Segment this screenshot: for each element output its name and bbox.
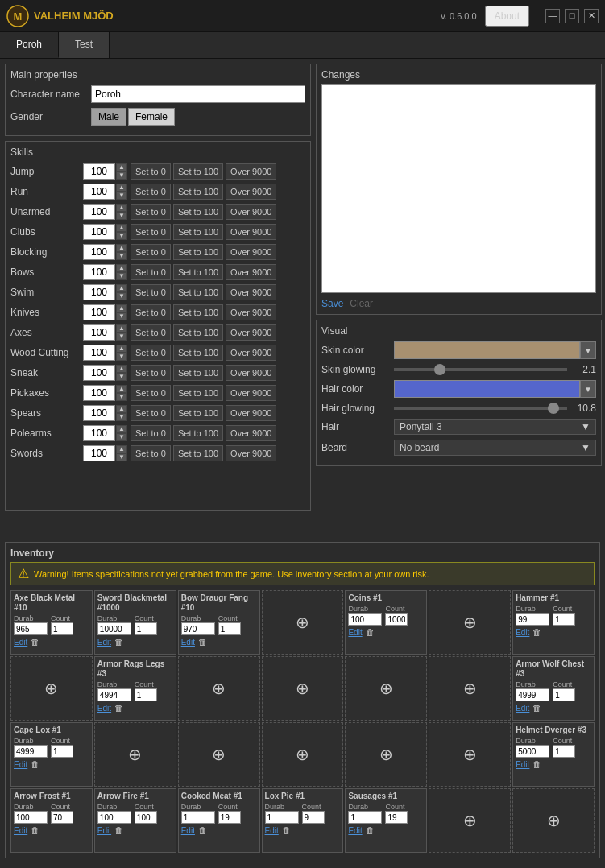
set-to-100-button[interactable]: Set to 100 [173, 163, 223, 180]
count-input[interactable] [385, 811, 408, 824]
delete-button[interactable]: 🗑 [31, 637, 39, 647]
durab-input[interactable] [265, 811, 299, 824]
set-to-100-button[interactable]: Set to 100 [173, 284, 223, 300]
add-item-button[interactable]: ⊕ [379, 680, 393, 696]
count-input[interactable] [553, 688, 575, 701]
spin-down-button[interactable]: ▼ [116, 433, 127, 441]
durab-input[interactable] [97, 688, 131, 701]
add-item-button[interactable]: ⊕ [463, 614, 477, 630]
edit-link[interactable]: Edit [14, 760, 27, 769]
count-input[interactable] [553, 613, 575, 626]
spin-down-button[interactable]: ▼ [116, 252, 127, 260]
set-to-100-button[interactable]: Set to 100 [173, 184, 223, 200]
hair-color-dropdown[interactable]: ▼ [580, 380, 596, 398]
durab-input[interactable] [348, 811, 382, 824]
over-9000-button[interactable]: Over 9000 [226, 345, 276, 361]
edit-link[interactable]: Edit [265, 826, 279, 835]
count-input[interactable] [302, 811, 325, 824]
over-9000-button[interactable]: Over 9000 [226, 304, 276, 320]
over-9000-button[interactable]: Over 9000 [226, 163, 276, 180]
set-to-0-button[interactable]: Set to 0 [131, 204, 171, 220]
character-name-input[interactable] [91, 85, 305, 103]
over-9000-button[interactable]: Over 9000 [226, 204, 276, 220]
add-item-button[interactable]: ⊕ [212, 746, 226, 763]
skill-input[interactable] [83, 244, 115, 260]
skill-input[interactable] [83, 284, 115, 300]
edit-link[interactable]: Edit [97, 704, 111, 713]
count-input[interactable] [51, 622, 73, 635]
hair-glowing-slider[interactable] [394, 407, 567, 410]
spin-down-button[interactable]: ▼ [116, 272, 127, 280]
delete-button[interactable]: 🗑 [114, 825, 123, 835]
delete-button[interactable]: 🗑 [198, 825, 207, 835]
set-to-100-button[interactable]: Set to 100 [173, 405, 223, 421]
spin-up-button[interactable]: ▲ [116, 445, 127, 453]
edit-link[interactable]: Edit [14, 638, 27, 647]
set-to-0-button[interactable]: Set to 0 [131, 304, 171, 320]
spin-up-button[interactable]: ▲ [116, 385, 127, 393]
about-button[interactable]: About [485, 6, 529, 27]
add-item-button[interactable]: ⊕ [547, 812, 561, 829]
durab-input[interactable] [181, 811, 215, 824]
delete-button[interactable]: 🗑 [198, 637, 207, 647]
spin-up-button[interactable]: ▲ [116, 204, 127, 212]
edit-link[interactable]: Edit [348, 826, 362, 835]
hair-color-bar[interactable] [394, 380, 580, 398]
add-item-button[interactable]: ⊕ [463, 746, 477, 763]
spin-up-button[interactable]: ▲ [116, 345, 127, 353]
durab-input[interactable] [14, 622, 48, 635]
set-to-0-button[interactable]: Set to 0 [131, 445, 171, 461]
set-to-0-button[interactable]: Set to 0 [131, 244, 171, 260]
delete-button[interactable]: 🗑 [114, 637, 123, 647]
skill-input[interactable] [83, 365, 115, 381]
over-9000-button[interactable]: Over 9000 [226, 224, 276, 240]
spin-up-button[interactable]: ▲ [116, 244, 127, 252]
count-input[interactable] [553, 745, 575, 758]
gender-male-button[interactable]: Male [91, 108, 126, 126]
spin-down-button[interactable]: ▼ [116, 353, 127, 361]
durab-input[interactable] [14, 811, 48, 824]
durab-input[interactable] [516, 688, 549, 701]
set-to-0-button[interactable]: Set to 0 [131, 264, 171, 280]
add-item-button[interactable]: ⊕ [463, 812, 477, 829]
delete-button[interactable]: 🗑 [532, 703, 541, 713]
over-9000-button[interactable]: Over 9000 [226, 324, 276, 341]
spin-up-button[interactable]: ▲ [116, 304, 127, 312]
count-input[interactable] [51, 745, 73, 758]
edit-link[interactable]: Edit [181, 638, 195, 647]
tab-poroh[interactable]: Poroh [0, 32, 59, 58]
minimize-button[interactable]: — [545, 9, 560, 23]
spin-up-button[interactable]: ▲ [116, 324, 127, 333]
count-input[interactable] [135, 622, 157, 635]
set-to-100-button[interactable]: Set to 100 [173, 324, 223, 341]
edit-link[interactable]: Edit [97, 638, 111, 647]
durab-input[interactable] [348, 613, 382, 626]
delete-button[interactable]: 🗑 [31, 825, 39, 835]
edit-link[interactable]: Edit [97, 826, 111, 835]
over-9000-button[interactable]: Over 9000 [226, 284, 276, 300]
edit-link[interactable]: Edit [516, 760, 529, 769]
skill-input[interactable] [83, 405, 115, 421]
spin-up-button[interactable]: ▲ [116, 184, 127, 192]
skill-input[interactable] [83, 324, 115, 341]
delete-button[interactable]: 🗑 [532, 627, 541, 637]
set-to-0-button[interactable]: Set to 0 [131, 365, 171, 381]
edit-link[interactable]: Edit [14, 826, 27, 835]
spin-down-button[interactable]: ▼ [116, 333, 127, 341]
edit-link[interactable]: Edit [516, 628, 529, 637]
skill-input[interactable] [83, 224, 115, 240]
set-to-0-button[interactable]: Set to 0 [131, 405, 171, 421]
tab-test[interactable]: Test [59, 32, 110, 58]
spin-down-button[interactable]: ▼ [116, 373, 127, 381]
delete-button[interactable]: 🗑 [532, 759, 541, 769]
set-to-100-button[interactable]: Set to 100 [173, 385, 223, 401]
over-9000-button[interactable]: Over 9000 [226, 264, 276, 280]
add-item-button[interactable]: ⊕ [44, 680, 58, 696]
set-to-0-button[interactable]: Set to 0 [131, 224, 171, 240]
skill-input[interactable] [83, 184, 115, 200]
edit-link[interactable]: Edit [181, 826, 195, 835]
count-input[interactable] [135, 688, 157, 701]
count-input[interactable] [218, 622, 241, 635]
spin-down-button[interactable]: ▼ [116, 292, 127, 300]
delete-button[interactable]: 🗑 [31, 759, 39, 769]
